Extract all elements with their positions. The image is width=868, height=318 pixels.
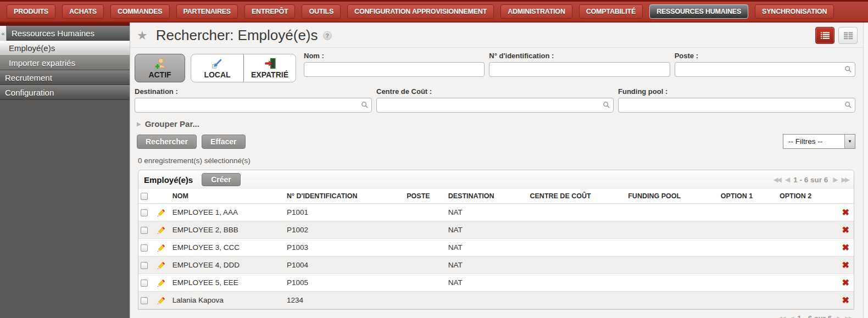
last-page-icon[interactable]: ▶▶ xyxy=(845,315,852,318)
cell-identification: P1004 xyxy=(285,256,404,274)
row-checkbox[interactable] xyxy=(141,262,148,269)
cell-nom: EMPLOYEE 1, AAA xyxy=(170,204,285,221)
pagination-label: 1 - 6 sur 6 xyxy=(797,314,832,318)
toggle-expatrie[interactable]: EXPATRIÉ xyxy=(243,54,296,82)
clear-button[interactable]: Effacer xyxy=(202,135,245,149)
edit-pencil-icon[interactable] xyxy=(157,279,165,287)
delete-icon[interactable]: ✖ xyxy=(842,278,849,287)
sidebar-header-ressources-humaines[interactable]: Ressources Humaines xyxy=(7,26,130,41)
cell-identification: P1002 xyxy=(285,221,404,239)
cell-option2 xyxy=(777,256,832,274)
search-button[interactable]: Rechercher xyxy=(137,135,197,149)
delete-icon[interactable]: ✖ xyxy=(842,260,849,270)
cell-poste xyxy=(404,292,446,309)
poste-input[interactable] xyxy=(675,62,855,77)
row-checkbox[interactable] xyxy=(141,209,148,216)
destination-input[interactable] xyxy=(135,98,372,113)
right-scrollbar-rail[interactable] xyxy=(863,23,868,318)
filters-dropdown-value: -- Filtres -- xyxy=(783,135,844,148)
list-view-button[interactable] xyxy=(815,27,834,44)
centre-de-cout-input[interactable] xyxy=(376,98,614,113)
first-page-icon[interactable]: ◀◀ xyxy=(777,315,784,318)
nav-tab-configuration-approvisionnement[interactable]: CONFIGURATION APPROVISIONNEMENT xyxy=(347,4,494,19)
column-destination[interactable]: DESTINATION xyxy=(446,189,528,204)
pagination-top: ◀◀ ◀ 1 - 6 sur 6 ▶ ▶▶ xyxy=(774,176,848,184)
title-bar: ★ Rechercher: Employé(e)s ? xyxy=(130,23,863,48)
table-header-row: NOM N° D'IDENTIFICATION POSTE DESTINATIO… xyxy=(138,189,854,204)
last-page-icon[interactable]: ▶▶ xyxy=(842,176,848,183)
nav-tab-synchronisation[interactable]: SYNCHRONISATION xyxy=(755,4,834,19)
help-icon[interactable]: ? xyxy=(323,31,332,40)
sidebar-item-employes[interactable]: Employé(e)s xyxy=(0,41,130,55)
nav-tab-entrepot[interactable]: ENTREPÔT xyxy=(244,4,295,19)
cell-centre-de-cout xyxy=(528,221,626,239)
edit-pencil-icon[interactable] xyxy=(157,226,165,235)
toggle-actif[interactable]: ACTIF xyxy=(135,54,185,82)
toggle-actif-label: ACTIF xyxy=(148,70,171,79)
cell-funding-pool xyxy=(626,239,719,256)
cell-centre-de-cout xyxy=(528,256,626,274)
favorite-star-icon[interactable]: ★ xyxy=(137,29,148,43)
table-row: EMPLOYEE 4, DDD P1004 NAT ✖ xyxy=(138,256,854,274)
nav-tab-comptabilite[interactable]: COMPTABILITÉ xyxy=(579,4,643,19)
sidebar-item-recrutement[interactable]: Recrutement xyxy=(0,70,130,85)
nav-tab-administration[interactable]: ADMINISTRATION xyxy=(500,4,572,19)
cell-nom: EMPLOYEE 5, EEE xyxy=(170,274,285,292)
identification-input[interactable] xyxy=(489,62,670,77)
row-checkbox[interactable] xyxy=(141,244,148,252)
column-identification[interactable]: N° D'IDENTIFICATION xyxy=(285,189,404,204)
delete-icon[interactable]: ✖ xyxy=(842,295,849,305)
column-centre-de-cout[interactable]: CENTRE DE COÛT xyxy=(528,189,626,204)
column-poste[interactable]: POSTE xyxy=(404,189,446,204)
edit-pencil-icon[interactable] xyxy=(157,297,165,305)
row-checkbox[interactable] xyxy=(141,280,148,287)
next-page-icon[interactable]: ▶ xyxy=(833,176,836,183)
sidebar-item-importer-expatries[interactable]: Importer expatriés xyxy=(0,55,130,70)
cell-option1 xyxy=(719,221,777,239)
field-identification-label: N° d'identification : xyxy=(489,52,670,60)
nav-tab-achats[interactable]: ACHATS xyxy=(62,4,104,19)
sidebar-item-configuration[interactable]: Configuration xyxy=(0,85,130,100)
delete-icon[interactable]: ✖ xyxy=(842,243,849,252)
group-by-toggle[interactable]: ▶ Grouper Par... xyxy=(137,119,855,129)
table-title: Employé(e)s xyxy=(144,175,193,185)
grid-view-icon xyxy=(843,31,854,40)
filters-dropdown[interactable]: -- Filtres -- ▼ xyxy=(783,134,855,149)
grid-view-button[interactable] xyxy=(838,27,858,44)
column-funding-pool[interactable]: FUNDING POOL xyxy=(626,189,719,204)
edit-pencil-icon[interactable] xyxy=(157,261,165,270)
toggle-local[interactable]: LOCAL xyxy=(191,54,243,82)
delete-icon[interactable]: ✖ xyxy=(842,225,849,235)
next-page-icon[interactable]: ▶ xyxy=(837,315,840,318)
sidebar-collapse-icon[interactable]: « xyxy=(0,26,7,41)
column-nom[interactable]: NOM xyxy=(170,189,285,204)
cell-poste xyxy=(404,274,446,292)
field-nom: Nom : xyxy=(304,52,485,77)
exit-door-icon xyxy=(264,57,276,70)
row-checkbox[interactable] xyxy=(141,227,148,234)
edit-pencil-icon[interactable] xyxy=(157,244,165,252)
funding-pool-input[interactable] xyxy=(618,98,855,113)
pagination-label: 1 - 6 sur 6 xyxy=(793,176,828,184)
cell-funding-pool xyxy=(626,274,719,292)
delete-icon[interactable]: ✖ xyxy=(842,208,849,217)
nav-tab-ressources-humaines[interactable]: RESSOURCES HUMAINES xyxy=(649,4,748,19)
table-row: EMPLOYEE 3, CCC P1003 NAT ✖ xyxy=(138,239,854,256)
nav-tab-outils[interactable]: OUTILS xyxy=(302,4,341,19)
nav-tab-commandes[interactable]: COMMANDES xyxy=(110,4,170,19)
previous-page-icon[interactable]: ◀ xyxy=(785,176,788,183)
field-destination: Destination : xyxy=(135,87,372,113)
edit-pencil-icon[interactable] xyxy=(157,209,165,217)
create-button[interactable]: Créer xyxy=(202,173,241,186)
column-option2[interactable]: OPTION 2 xyxy=(777,189,832,204)
first-page-icon[interactable]: ◀◀ xyxy=(774,176,780,183)
previous-page-icon[interactable]: ◀ xyxy=(789,315,792,318)
row-checkbox[interactable] xyxy=(141,297,148,304)
cell-option1 xyxy=(719,274,777,292)
nom-input[interactable] xyxy=(304,62,485,77)
nav-tab-partenaires[interactable]: PARTENAIRES xyxy=(176,4,238,19)
cell-centre-de-cout xyxy=(528,274,626,292)
select-all-checkbox[interactable] xyxy=(141,193,148,200)
column-option1[interactable]: OPTION 1 xyxy=(719,189,777,204)
nav-tab-produits[interactable]: PRODUITS xyxy=(7,4,55,19)
